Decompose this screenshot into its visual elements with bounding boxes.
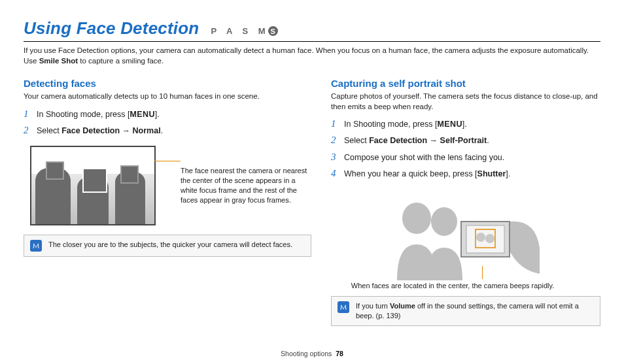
step-num: 2: [331, 133, 339, 148]
step-body: When you hear a quick beep, press [Shutt…: [344, 168, 510, 180]
step-3-right: 3 Compose your shot with the lens facing…: [331, 150, 600, 165]
t: When you hear a quick beep, press [: [344, 169, 477, 178]
note-box-left: The closer you are to the subjects, the …: [24, 235, 311, 257]
arrow-icon: →: [427, 136, 440, 145]
step-num: 2: [24, 123, 31, 138]
t: .: [487, 136, 489, 145]
intro-text-2: to capture a smiling face.: [78, 57, 164, 65]
footer-page-number: 78: [336, 350, 343, 357]
t: .: [161, 126, 163, 135]
step-num: 3: [331, 150, 339, 165]
mode-letters: P A S M: [211, 26, 269, 36]
step-2-left: 2 Select Face Detection → Normal.: [24, 123, 311, 138]
mode-smart-icon: S: [268, 26, 278, 36]
t: ].: [506, 169, 510, 178]
t: Normal: [133, 126, 161, 135]
step-1-left: 1 In Shooting mode, press [MENU].: [24, 107, 311, 122]
step-2-right: 2 Select Face Detection → Self-Portrait.: [331, 133, 600, 148]
t: If you turn: [356, 302, 390, 310]
svg-point-1: [431, 207, 457, 236]
callout-line-icon: [154, 161, 181, 161]
t: Face Detection: [369, 136, 427, 145]
t: In Shooting mode, press [: [37, 110, 130, 119]
arrow-icon: →: [120, 126, 132, 135]
step-body: In Shooting mode, press [MENU].: [37, 108, 160, 121]
note-icon: [338, 301, 349, 313]
t: Select: [37, 126, 61, 135]
svg-point-5: [476, 233, 485, 242]
svg-point-6: [485, 234, 494, 243]
menu-label: MENU: [130, 110, 154, 119]
step-body: In Shooting mode, press [MENU].: [344, 118, 467, 131]
footer-section: Shooting options: [281, 350, 332, 357]
note-text-left: The closer you are to the subjects, the …: [48, 240, 292, 250]
callout-left: The face nearest the camera or nearest t…: [181, 166, 311, 205]
step-4-right: 4 When you hear a quick beep, press [Shu…: [331, 166, 600, 181]
step-num: 1: [24, 107, 31, 122]
note-box-right: If you turn Volume off in the sound sett…: [331, 296, 600, 326]
menu-label: MENU: [437, 120, 462, 129]
step-body: Select Face Detection → Normal.: [37, 125, 163, 137]
intro-bold: Smile Shot: [39, 57, 78, 65]
left-column: Detecting faces Your camera automaticall…: [24, 78, 311, 326]
svg-point-0: [402, 203, 431, 234]
callout-right: When faces are located in the center, th…: [351, 281, 554, 291]
section-desc-right: Capture photos of yourself. The camera s…: [331, 91, 600, 112]
step-num: 1: [331, 116, 339, 131]
section-heading-right: Capturing a self portrait shot: [331, 78, 600, 89]
t: In Shooting mode, press [: [344, 120, 437, 129]
page-title: Using Face Detection: [24, 18, 199, 39]
t: ].: [155, 110, 160, 119]
right-column: Capturing a self portrait shot Capture p…: [331, 78, 600, 326]
figure-self-portrait: [384, 189, 547, 280]
intro-paragraph: If you use Face Detection options, your …: [24, 46, 600, 66]
t: Self-Portrait: [440, 136, 487, 145]
t: ].: [462, 120, 467, 129]
note-icon: [30, 240, 42, 252]
mode-dial-indicator: P A S M S: [211, 26, 277, 36]
page-footer: Shooting options 78: [0, 350, 624, 357]
t: Shutter: [477, 169, 506, 178]
section-heading-left: Detecting faces: [24, 78, 311, 89]
t: Select: [344, 136, 369, 145]
divider: [24, 41, 600, 42]
t: Face Detection: [61, 126, 120, 135]
step-1-right: 1 In Shooting mode, press [MENU].: [331, 116, 600, 131]
section-desc-left: Your camera automatically detects up to …: [24, 91, 311, 102]
t: Volume: [390, 302, 415, 310]
note-text-right: If you turn Volume off in the sound sett…: [356, 301, 594, 321]
step-body: Compose your shot with the lens facing y…: [344, 152, 504, 164]
callout-line-icon: [482, 266, 483, 279]
figure-face-detection: [30, 146, 156, 225]
step-body: Select Face Detection → Self-Portrait.: [344, 135, 489, 147]
step-num: 4: [331, 166, 339, 181]
